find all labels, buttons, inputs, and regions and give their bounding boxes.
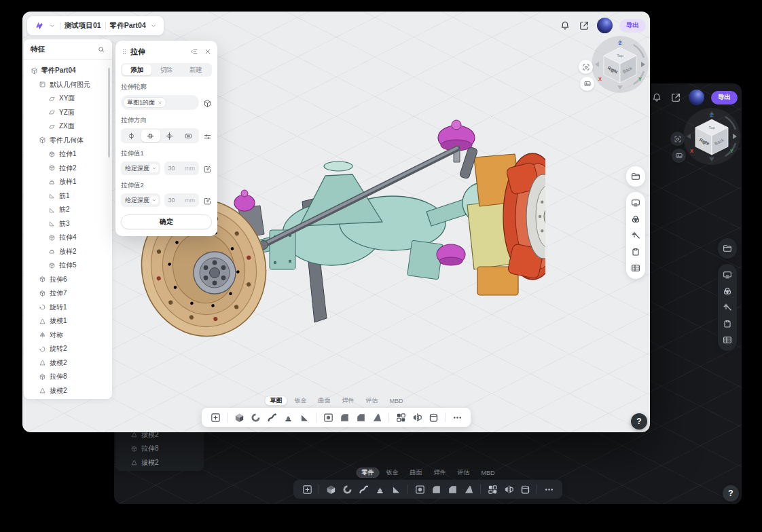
mirror-tool-button[interactable] xyxy=(409,410,425,425)
help-button[interactable]: ? xyxy=(631,413,647,430)
tree-item-13[interactable]: 放样2 xyxy=(24,245,112,259)
export-button[interactable]: 导出 xyxy=(711,91,738,104)
dialog-tab-2[interactable]: 新建 xyxy=(181,64,211,75)
sweep-tool-button[interactable] xyxy=(264,410,280,425)
help-button[interactable]: ? xyxy=(723,485,739,501)
tree-item-12[interactable]: 拉伸4 xyxy=(24,231,112,245)
pattern-tool-button[interactable] xyxy=(484,482,501,497)
edit-expression-button-2[interactable] xyxy=(203,196,212,205)
profile-field[interactable]: 草图1的面 xyxy=(121,95,199,110)
mode-tab-3[interactable]: 焊件 xyxy=(338,396,359,406)
fit-view-button[interactable] xyxy=(579,60,593,74)
dir-one-button[interactable] xyxy=(122,130,141,142)
tree-item-17[interactable]: 旋转1 xyxy=(24,301,112,315)
folder-button[interactable] xyxy=(630,171,641,182)
profile-chip[interactable]: 草图1的面 xyxy=(123,97,166,108)
tree-item-23[interactable]: 拔模2 xyxy=(115,456,204,466)
avatar[interactable] xyxy=(597,18,613,33)
share-button[interactable] xyxy=(670,92,682,104)
depth-input-2[interactable]: 30 mm xyxy=(164,193,199,207)
clipboard-button[interactable] xyxy=(630,246,641,257)
shell-tool-button[interactable] xyxy=(425,410,441,425)
view-cube[interactable]: Top Right Back Z X Y xyxy=(591,35,649,94)
tree-item-11[interactable]: 筋3 xyxy=(24,217,112,231)
chevron-down-icon[interactable] xyxy=(49,22,56,29)
tree-item-15[interactable]: 拉伸6 xyxy=(24,273,112,287)
mode-tab-2[interactable]: 曲面 xyxy=(314,396,335,406)
mode-tab-4[interactable]: 评估 xyxy=(453,468,475,478)
tree-item-16[interactable]: 拉伸7 xyxy=(24,286,112,301)
more-tool-button[interactable] xyxy=(449,410,465,425)
draft-tool-button[interactable] xyxy=(460,482,477,497)
revolve-tool-button[interactable] xyxy=(339,482,355,497)
search-icon[interactable] xyxy=(97,45,105,54)
app-logo-icon[interactable] xyxy=(34,20,45,31)
notifications-button[interactable] xyxy=(651,92,663,104)
tree-item-5[interactable]: 零件几何体 xyxy=(24,134,112,148)
tree-item-10[interactable]: 筋2 xyxy=(24,203,112,217)
export-button[interactable]: 导出 xyxy=(619,19,646,33)
mode-tab-1[interactable]: 钣金 xyxy=(290,396,312,406)
scrollbar-thumb[interactable] xyxy=(108,68,110,157)
data-table-button[interactable] xyxy=(630,263,641,273)
screen-capture-button[interactable] xyxy=(580,77,594,91)
depth-type-select-1[interactable]: 给定深度 xyxy=(121,162,160,175)
tree-item-1[interactable]: 默认几何图元 xyxy=(24,78,112,92)
render-modes-button[interactable] xyxy=(630,214,641,225)
drag-handle-icon[interactable] xyxy=(121,48,128,56)
notifications-button[interactable] xyxy=(559,20,571,32)
dir-both-button[interactable] xyxy=(160,130,179,142)
loft-tool-button[interactable] xyxy=(371,482,388,497)
magic-wand-button[interactable] xyxy=(722,302,733,313)
dialog-tab-1[interactable]: 切除 xyxy=(151,64,181,75)
tree-item-4[interactable]: ZX面 xyxy=(24,119,112,134)
tree-item-2[interactable]: XY面 xyxy=(24,92,112,106)
extrude-tool-button[interactable] xyxy=(323,482,339,497)
draft-tool-button[interactable] xyxy=(369,410,385,425)
close-icon[interactable] xyxy=(204,48,212,56)
avatar[interactable] xyxy=(689,90,704,105)
mode-tab-5[interactable]: MBD xyxy=(385,396,408,406)
tree-item-21[interactable]: 拔模2 xyxy=(24,356,112,370)
direction-options-button[interactable] xyxy=(203,132,212,140)
tree-item-22[interactable]: 拉伸8 xyxy=(115,442,204,456)
clipboard-button[interactable] xyxy=(722,318,733,329)
dir-to-surface-button[interactable] xyxy=(179,130,198,142)
render-modes-button[interactable] xyxy=(722,286,733,297)
rib-tool-button[interactable] xyxy=(388,482,404,497)
collapse-panel-icon[interactable] xyxy=(190,48,198,56)
tree-item-3[interactable]: YZ面 xyxy=(24,106,112,120)
tree-item-19[interactable]: 对称 xyxy=(24,328,112,343)
rib-tool-button[interactable] xyxy=(296,410,312,425)
share-button[interactable] xyxy=(578,20,590,32)
mode-tab-5[interactable]: MBD xyxy=(477,468,500,478)
chamfer-tool-button[interactable] xyxy=(444,482,460,497)
magic-wand-button[interactable] xyxy=(630,230,641,241)
pattern-tool-button[interactable] xyxy=(393,410,409,425)
data-table-button[interactable] xyxy=(722,335,733,345)
chevron-down-icon[interactable] xyxy=(150,22,157,29)
tree-item-20[interactable]: 旋转2 xyxy=(24,342,112,356)
extrude-tool-button[interactable] xyxy=(231,410,247,425)
tree-item-22[interactable]: 拉伸8 xyxy=(24,370,112,384)
confirm-button[interactable]: 确定 xyxy=(121,214,212,229)
tree-item-7[interactable]: 拉伸2 xyxy=(24,162,112,176)
revolve-tool-button[interactable] xyxy=(247,410,264,425)
mode-tab-3[interactable]: 焊件 xyxy=(429,468,451,478)
mode-tab-4[interactable]: 评估 xyxy=(361,396,383,406)
project-name[interactable]: 测试项目01 xyxy=(65,21,101,31)
mode-tab-0[interactable]: 零件 xyxy=(357,468,380,478)
tree-item-9[interactable]: 筋1 xyxy=(24,189,112,204)
more-tool-button[interactable] xyxy=(541,482,557,497)
pick-geometry-button[interactable] xyxy=(203,98,212,107)
mode-tab-0[interactable]: 草图 xyxy=(265,396,288,406)
view-cube[interactable]: Top Right Back Z X Y xyxy=(683,107,741,166)
depth-input-1[interactable]: 30 mm xyxy=(164,162,199,175)
tree-item-23[interactable]: 拔模2 xyxy=(24,384,112,394)
fillet-tool-button[interactable] xyxy=(428,482,444,497)
part-name[interactable]: 零件Part04 xyxy=(110,21,146,31)
shell-tool-button[interactable] xyxy=(517,482,533,497)
screen-capture-button[interactable] xyxy=(672,149,686,163)
close-icon[interactable] xyxy=(158,100,162,105)
dialog-tab-0[interactable]: 添加 xyxy=(122,64,151,75)
